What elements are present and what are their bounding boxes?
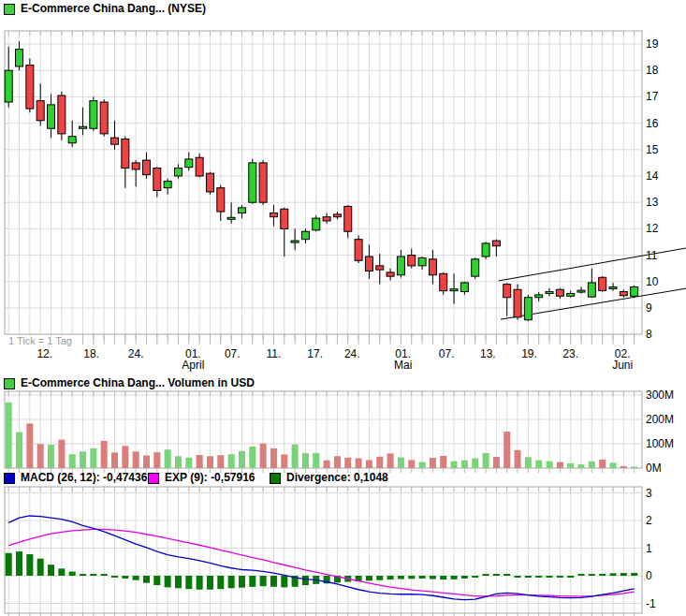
candle-up bbox=[397, 257, 404, 275]
volume-bar bbox=[408, 460, 415, 468]
instrument-swatch-icon bbox=[4, 4, 15, 15]
volume-header: E-Commerce China Dang... Volumen in USD bbox=[4, 377, 255, 389]
candle-down bbox=[217, 188, 225, 212]
volume-bar bbox=[165, 449, 171, 468]
divergence-bar bbox=[440, 576, 446, 579]
candle-up bbox=[418, 257, 426, 265]
candle-down bbox=[504, 285, 511, 298]
volume-bar bbox=[26, 423, 33, 468]
divergence-bar bbox=[197, 576, 203, 590]
volume-bar bbox=[239, 451, 245, 468]
volume-bar bbox=[472, 459, 478, 468]
candle-up bbox=[567, 293, 575, 296]
candle-down bbox=[387, 272, 394, 276]
volume-bar bbox=[451, 462, 458, 468]
volume-bar bbox=[69, 454, 76, 468]
divergence-bar bbox=[207, 576, 213, 590]
candle-down bbox=[599, 277, 606, 290]
volume-bar bbox=[535, 461, 542, 468]
volume-bar bbox=[207, 456, 213, 468]
volume-bar bbox=[356, 459, 362, 468]
candle-down bbox=[556, 289, 563, 296]
divergence-bar bbox=[578, 574, 585, 576]
divergence-bar bbox=[472, 576, 478, 578]
volume-bar bbox=[197, 455, 203, 468]
svg-text:11: 11 bbox=[646, 249, 658, 262]
candle-down bbox=[429, 259, 436, 275]
volume-bar bbox=[515, 450, 521, 468]
divergence-bar bbox=[419, 576, 426, 579]
candle-down bbox=[58, 95, 66, 134]
volume-bar bbox=[153, 452, 160, 468]
volume-bar bbox=[578, 464, 585, 468]
candle-down bbox=[323, 217, 330, 221]
svg-text:1: 1 bbox=[646, 542, 652, 555]
volume-bar bbox=[419, 462, 426, 469]
divergence-bar bbox=[599, 574, 606, 576]
svg-text:12.: 12. bbox=[36, 347, 52, 360]
volume-bar bbox=[344, 458, 351, 468]
divergence-bar bbox=[16, 551, 22, 576]
candle-down bbox=[36, 101, 44, 121]
candle-down bbox=[142, 160, 150, 175]
candle-up bbox=[16, 50, 23, 66]
volume-bar bbox=[143, 455, 150, 468]
candle-down bbox=[196, 157, 203, 176]
volume-bar bbox=[228, 454, 235, 468]
svg-text:17: 17 bbox=[646, 90, 659, 103]
volume-bar bbox=[37, 444, 44, 468]
svg-text:10: 10 bbox=[646, 275, 659, 288]
volume-bar bbox=[547, 462, 553, 468]
candle-down bbox=[440, 273, 447, 290]
candle-up bbox=[68, 137, 76, 143]
svg-text:15: 15 bbox=[646, 143, 659, 156]
divergence-bar bbox=[547, 576, 553, 578]
volume-bar bbox=[366, 460, 372, 468]
divergence-bar bbox=[515, 576, 521, 578]
divergence-bar bbox=[69, 572, 76, 576]
exp-value-label: EXP (9): -0,57916 bbox=[165, 472, 255, 484]
volume-bar bbox=[175, 456, 182, 468]
candle-down bbox=[132, 163, 139, 169]
volume-bar bbox=[281, 454, 287, 468]
divergence-swatch-icon bbox=[270, 473, 281, 484]
candle-down bbox=[365, 257, 372, 271]
candle-down bbox=[100, 102, 108, 134]
candle-down bbox=[376, 266, 384, 270]
divergence-bar bbox=[111, 576, 118, 578]
volume-bar bbox=[313, 453, 319, 468]
divergence-bar bbox=[620, 573, 627, 576]
volume-bar bbox=[16, 433, 22, 468]
divergence-bar bbox=[451, 576, 458, 579]
candle-up bbox=[164, 182, 171, 188]
volume-title: E-Commerce China Dang... Volumen in USD bbox=[21, 377, 255, 389]
volume-bar bbox=[398, 458, 404, 468]
divergence-bar bbox=[101, 574, 108, 576]
candle-up bbox=[472, 259, 479, 276]
divergence-bar bbox=[525, 576, 532, 578]
candle-down bbox=[26, 66, 34, 110]
volume-bar bbox=[292, 445, 299, 468]
divergence-bar bbox=[387, 576, 394, 579]
divergence-bar bbox=[504, 574, 510, 576]
candle-up bbox=[546, 292, 553, 294]
macd-legend-item: MACD (26, 12): -0,47436 bbox=[4, 472, 147, 484]
svg-text:0: 0 bbox=[646, 569, 652, 582]
candle-down bbox=[408, 256, 416, 266]
candle-down bbox=[333, 214, 341, 217]
divergence-bar bbox=[122, 576, 128, 579]
divergence-legend-item: Divergence: 0,1048 bbox=[270, 472, 388, 484]
volume-bar bbox=[620, 466, 627, 468]
candle-up bbox=[524, 298, 532, 320]
divergence-bar bbox=[610, 573, 617, 576]
svg-text:14: 14 bbox=[646, 169, 659, 183]
svg-text:Juni: Juni bbox=[612, 359, 633, 372]
divergence-value-label: Divergence: 0,1048 bbox=[286, 472, 388, 484]
volume-bar bbox=[567, 463, 574, 468]
svg-text:200M: 200M bbox=[646, 413, 674, 426]
divergence-bar bbox=[461, 576, 468, 579]
divergence-bar bbox=[6, 553, 12, 576]
divergence-bar bbox=[58, 568, 65, 576]
divergence-bar bbox=[589, 574, 595, 576]
divergence-bar bbox=[90, 574, 96, 576]
